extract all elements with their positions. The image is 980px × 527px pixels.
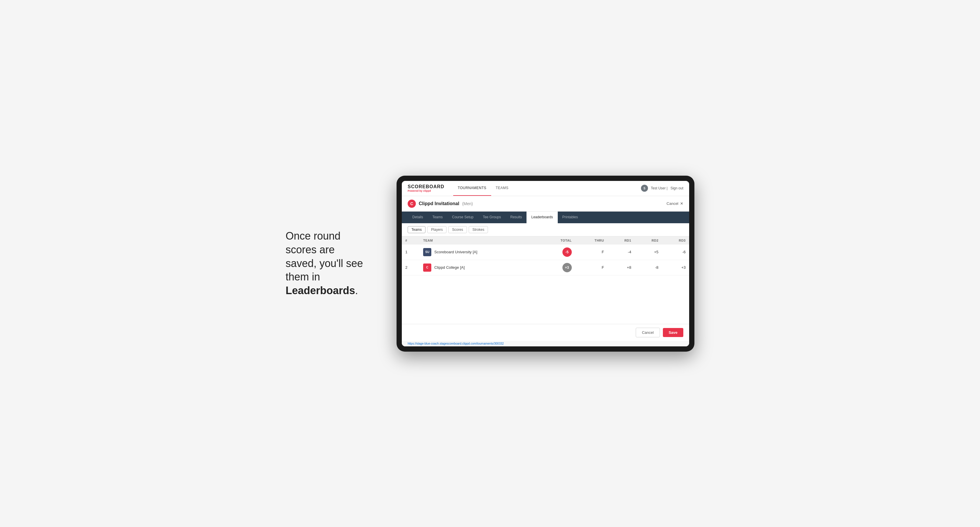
filter-scores[interactable]: Scores xyxy=(448,226,467,233)
logo-sub: Powered by clippd xyxy=(408,189,444,192)
cell-rd3: -6 xyxy=(662,244,689,260)
cell-rank: 1 xyxy=(402,244,420,260)
filter-players[interactable]: Players xyxy=(427,226,447,233)
tab-results[interactable]: Results xyxy=(506,211,527,223)
leaderboard-table: # TEAM TOTAL THRU RD1 RD2 RD3 1 SU xyxy=(402,237,689,275)
tab-leaderboards[interactable]: Leaderboards xyxy=(527,211,557,223)
team-logo: SU xyxy=(423,248,431,256)
cell-team: SU Scoreboard University [A] xyxy=(420,244,539,260)
tab-tee-groups[interactable]: Tee Groups xyxy=(478,211,506,223)
filter-row: Teams Players Scores Strokes xyxy=(402,223,689,237)
table-row: 2 C Clippd College [A] +3 F +8 -8 +3 xyxy=(402,260,689,275)
cell-team: C Clippd College [A] xyxy=(420,260,539,275)
cell-total: -5 xyxy=(539,244,575,260)
status-bar: https://stage-blue-coach.stagescoreboard… xyxy=(402,341,689,346)
cell-rank: 2 xyxy=(402,260,420,275)
user-name: Test User | xyxy=(651,186,668,190)
save-button[interactable]: Save xyxy=(663,328,683,337)
score-badge: +3 xyxy=(562,263,572,272)
team-logo: C xyxy=(423,264,431,271)
filter-teams[interactable]: Teams xyxy=(408,226,425,233)
tournament-name: Clippd Invitational xyxy=(419,201,459,206)
cell-rd1: +8 xyxy=(608,260,635,275)
nav-tournaments[interactable]: TOURNAMENTS xyxy=(453,181,491,196)
bottom-footer: Cancel Save xyxy=(402,324,689,341)
tab-course-setup[interactable]: Course Setup xyxy=(447,211,478,223)
tablet-device: SCOREBOARD Powered by clippd TOURNAMENTS… xyxy=(396,176,694,352)
logo-area: SCOREBOARD Powered by clippd xyxy=(408,184,444,192)
nav-links: TOURNAMENTS TEAMS xyxy=(453,181,641,196)
tab-details[interactable]: Details xyxy=(408,211,428,223)
table-header-row: # TEAM TOTAL THRU RD1 RD2 RD3 xyxy=(402,237,689,244)
tablet-screen: SCOREBOARD Powered by clippd TOURNAMENTS… xyxy=(402,181,689,346)
team-name: Scoreboard University [A] xyxy=(434,250,477,254)
col-rd1: RD1 xyxy=(608,237,635,244)
score-badge: -5 xyxy=(562,248,572,257)
cell-rd2: -8 xyxy=(635,260,662,275)
logo-text: SCOREBOARD xyxy=(408,184,444,189)
col-team: TEAM xyxy=(420,237,539,244)
team-name: Clippd College [A] xyxy=(434,265,465,270)
nav-teams[interactable]: TEAMS xyxy=(491,181,513,196)
cell-rd1: -4 xyxy=(608,244,635,260)
tab-printables[interactable]: Printables xyxy=(558,211,582,223)
filter-strokes[interactable]: Strokes xyxy=(469,226,488,233)
col-rd3: RD3 xyxy=(662,237,689,244)
cell-total: +3 xyxy=(539,260,575,275)
tournament-title: C Clippd Invitational (Men) xyxy=(408,200,473,208)
sign-out-link[interactable]: Sign out xyxy=(670,186,683,190)
col-thru: THRU xyxy=(575,237,608,244)
top-navigation: SCOREBOARD Powered by clippd TOURNAMENTS… xyxy=(402,181,689,196)
col-rd2: RD2 xyxy=(635,237,662,244)
sub-tabs: Details Teams Course Setup Tee Groups Re… xyxy=(402,211,689,223)
close-icon: ✕ xyxy=(680,202,683,206)
status-url: https://stage-blue-coach.stagescoreboard… xyxy=(408,342,504,345)
col-rank: # xyxy=(402,237,420,244)
cell-thru: F xyxy=(575,260,608,275)
cell-thru: F xyxy=(575,244,608,260)
cell-rd2: +5 xyxy=(635,244,662,260)
table-row: 1 SU Scoreboard University [A] -5 F -4 +… xyxy=(402,244,689,260)
tournament-gender: (Men) xyxy=(462,202,473,206)
tournament-header: C Clippd Invitational (Men) Cancel ✕ xyxy=(402,196,689,211)
intro-text: Once round scores are saved, you'll see … xyxy=(286,229,379,298)
user-avatar: S xyxy=(641,185,648,192)
tab-teams[interactable]: Teams xyxy=(428,211,447,223)
cancel-button-top[interactable]: Cancel ✕ xyxy=(667,202,683,206)
leaderboard-content: # TEAM TOTAL THRU RD1 RD2 RD3 1 SU xyxy=(402,237,689,324)
cancel-button-bottom[interactable]: Cancel xyxy=(636,328,660,337)
nav-right: S Test User | Sign out xyxy=(641,185,683,192)
tournament-icon: C xyxy=(408,200,416,208)
cell-rd3: +3 xyxy=(662,260,689,275)
col-total: TOTAL xyxy=(539,237,575,244)
